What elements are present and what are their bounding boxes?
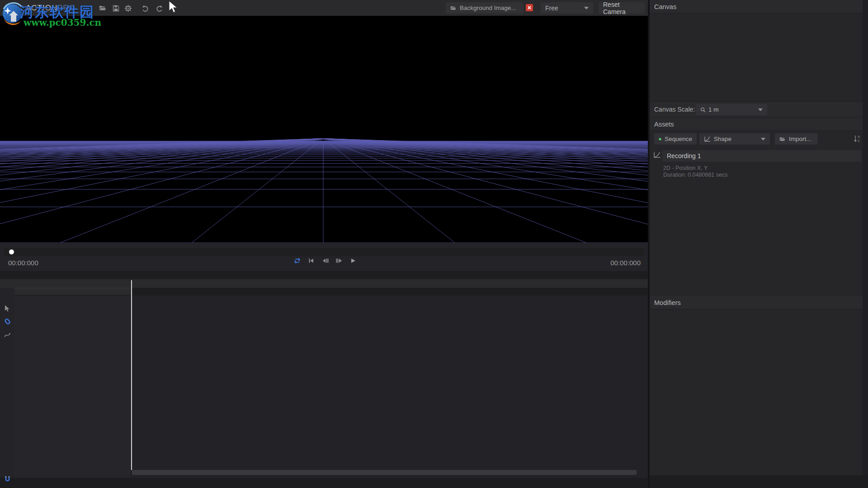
play-button[interactable] (349, 257, 357, 264)
cursor-tool-icon (4, 305, 10, 312)
plus-circle-icon (659, 136, 661, 142)
reset-camera-button[interactable]: Reset Camera (599, 2, 645, 14)
end-time-label: 00:00:000 (610, 259, 641, 267)
magnifier-icon (700, 107, 706, 113)
background-image-label: Background Image... (460, 5, 516, 11)
shape-curve-icon (704, 136, 711, 142)
import-button-label: Import... (789, 136, 811, 142)
modifiers-header-label: Modifiers (654, 299, 681, 306)
right-panel: Canvas Canvas Scale: 1 m Assets (650, 0, 868, 475)
previous-frame-button[interactable] (321, 257, 329, 264)
draw-tool-button[interactable] (3, 317, 11, 325)
canvas-section-header[interactable]: Canvas (650, 0, 868, 14)
curve-tool-button[interactable] (3, 330, 11, 338)
sort-assets-button[interactable]: A Z (853, 134, 861, 143)
play-icon (350, 258, 356, 263)
add-shape-button[interactable]: Shape (699, 133, 770, 145)
chevron-down-icon (758, 108, 763, 111)
reset-camera-label: Reset Camera (603, 1, 640, 15)
snap-toggle-button[interactable] (3, 475, 11, 483)
canvas-scale-label: Canvas Scale: (654, 102, 695, 117)
folder-open-icon (450, 5, 457, 11)
current-time-label: 00:00:000 (8, 259, 38, 267)
open-project-button[interactable] (99, 4, 107, 12)
save-project-button[interactable] (112, 4, 120, 12)
svg-text:Z: Z (858, 139, 860, 143)
camera-mode-dropdown[interactable]: Free (541, 2, 593, 14)
svg-text:A: A (858, 135, 860, 139)
step-forward-icon (336, 258, 343, 263)
assets-header-label: Assets (654, 121, 674, 128)
playhead[interactable] (131, 280, 132, 470)
app-title: ACTIONPRO (26, 4, 75, 13)
keyframe-panel (0, 279, 648, 478)
settings-button[interactable] (124, 4, 132, 12)
timeline-strip: 00:00:000 (0, 243, 648, 271)
asset-type-label: 2D - Position X, Y (663, 165, 708, 171)
scrubber-track[interactable] (4, 248, 644, 256)
redo-button[interactable] (156, 4, 164, 12)
gear-icon (124, 5, 132, 12)
sort-az-icon: A Z (853, 134, 861, 143)
go-to-start-button[interactable] (307, 257, 315, 264)
folder-open-icon (99, 5, 107, 11)
pen-tool-icon (4, 318, 11, 325)
magnet-icon (4, 476, 11, 483)
skip-to-start-icon (308, 258, 314, 263)
step-back-icon (322, 258, 329, 263)
recording-curve-icon (653, 151, 661, 158)
app-title-main: ACTION (26, 4, 57, 12)
keyframe-first-row (132, 288, 648, 296)
sequence-button-label: Sequence (665, 136, 692, 142)
scrubber-handle[interactable] (9, 249, 14, 254)
grid-svg (0, 16, 648, 243)
horizontal-scrollbar[interactable] (132, 470, 637, 475)
undo-button[interactable] (141, 4, 149, 12)
track-name-column (14, 288, 132, 478)
canvas-scale-row: Canvas Scale: 1 m (650, 101, 868, 117)
transport-controls (293, 257, 357, 264)
redo-icon (156, 5, 163, 12)
loop-icon (293, 258, 301, 264)
import-asset-button[interactable]: Import... (775, 133, 817, 145)
chevron-down-icon (761, 138, 765, 141)
folder-open-icon (779, 136, 786, 142)
right-panel-scrollbar-gutter[interactable] (863, 0, 868, 475)
assets-section-header[interactable]: Assets (650, 117, 868, 131)
close-icon (528, 6, 531, 9)
curve-tool-icon (4, 332, 11, 338)
viewport-3d[interactable] (0, 16, 648, 243)
clear-background-image-button[interactable] (526, 4, 533, 11)
asset-duration-label: Duration: 0.0480661 secs (663, 172, 727, 178)
track-header-cell (14, 288, 132, 296)
app-title-accent: PRO (57, 4, 75, 12)
undo-icon (142, 5, 149, 12)
save-icon (113, 5, 119, 12)
dopesheet-toolstrip (0, 288, 14, 478)
loop-toggle-button[interactable] (293, 257, 301, 264)
modifiers-section-header[interactable]: Modifiers (650, 296, 868, 310)
asset-name-field[interactable]: Recording 1 (662, 150, 861, 162)
application-window: ACTIONPRO (0, 0, 868, 488)
canvas-scale-value: 1 m (708, 106, 719, 113)
next-frame-button[interactable] (335, 257, 343, 264)
camera-mode-value: Free (545, 5, 558, 12)
canvas-scale-dropdown[interactable]: 1 m (696, 104, 767, 115)
timeline-ruler[interactable] (0, 279, 648, 288)
shape-button-label: Shape (714, 136, 731, 142)
background-image-button[interactable]: Background Image... (446, 2, 524, 14)
top-toolbar: ACTIONPRO (0, 0, 648, 16)
asset-list-item[interactable]: Recording 1 2D - Position X, Y Duration:… (650, 147, 868, 179)
chevron-down-icon (584, 7, 589, 9)
add-sequence-button[interactable]: Sequence (654, 133, 697, 145)
canvas-header-label: Canvas (654, 3, 676, 10)
keyframe-grid[interactable] (132, 288, 648, 478)
assets-toolbar: Sequence Shape Import... (650, 131, 868, 147)
select-tool-button[interactable] (3, 305, 11, 313)
